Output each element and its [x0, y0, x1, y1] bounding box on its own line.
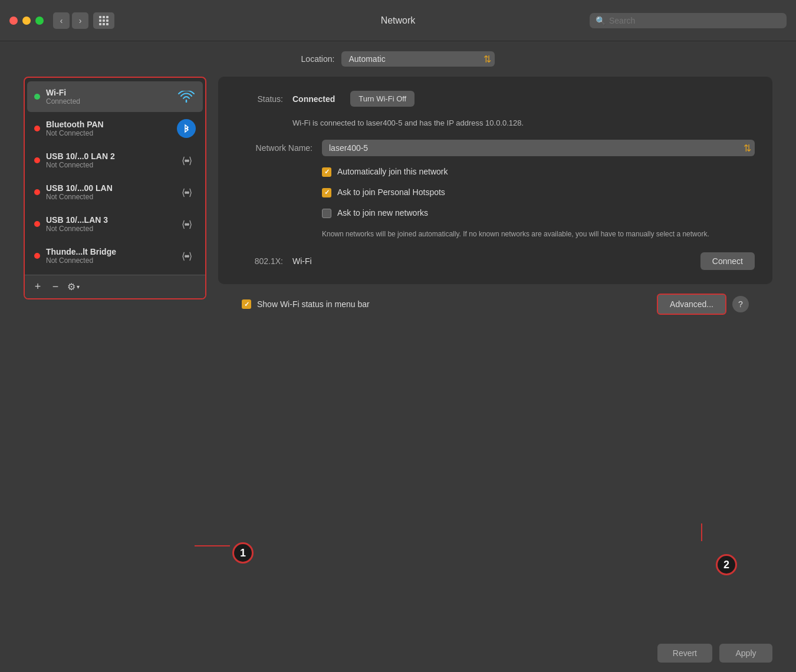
wifi-item-status: Connected: [46, 97, 171, 106]
status-description: Wi-Fi is connected to laser400-5 and has…: [292, 117, 755, 129]
advanced-button[interactable]: Advanced...: [657, 294, 726, 315]
search-input[interactable]: [609, 16, 781, 25]
thunderbolt-icon: ⟨••⟩: [177, 246, 196, 265]
sidebar-toolbar: + − ⚙ ▾: [25, 275, 205, 298]
sidebar-item-usb-lan[interactable]: USB 10/...00 LAN Not Connected ⟨••⟩: [27, 177, 203, 207]
wifi-item-name: Wi-Fi: [46, 88, 171, 97]
sidebar-item-usb-lan3[interactable]: USB 10/...LAN 3 Not Connected ⟨••⟩: [27, 209, 203, 239]
close-button[interactable]: [9, 17, 18, 25]
dot8021x-label: 802.1X:: [236, 256, 283, 266]
status-value: Connected: [292, 94, 335, 104]
thunderbolt-arrow-icon: ⟨••⟩: [182, 251, 190, 262]
turn-wifi-off-button[interactable]: Turn Wi-Fi Off: [350, 91, 415, 107]
help-button[interactable]: ?: [732, 296, 749, 312]
thunderbolt-item-status: Not Connected: [46, 256, 171, 265]
thunderbolt-item-text: Thunde...lt Bridge Not Connected: [46, 247, 171, 265]
sidebar-item-bluetooth-pan[interactable]: Bluetooth PAN Not Connected: [27, 113, 203, 144]
location-select-wrapper: Automatic ⇅: [341, 51, 495, 67]
fullscreen-button[interactable]: [35, 17, 44, 25]
forward-button[interactable]: ›: [72, 12, 88, 29]
personal-hotspots-checkbox[interactable]: ✓: [322, 188, 331, 197]
usb-lan3-item-name: USB 10/...LAN 3: [46, 215, 171, 225]
apply-button[interactable]: Apply: [719, 644, 772, 663]
nav-buttons: ‹ ›: [53, 12, 88, 29]
show-wifi-label: Show Wi-Fi status in menu bar: [257, 299, 370, 309]
usb-lan3-item-text: USB 10/...LAN 3 Not Connected: [46, 215, 171, 233]
personal-hotspots-row: ✓ Ask to join Personal Hotspots: [322, 187, 755, 197]
show-wifi-checkbox[interactable]: ✓: [242, 299, 251, 309]
auto-join-row: ✓ Automatically join this network: [322, 167, 755, 177]
new-networks-checkbox[interactable]: [322, 209, 331, 218]
show-wifi-row: ✓ Show Wi-Fi status in menu bar: [242, 299, 370, 309]
footer: Revert Apply: [0, 634, 796, 672]
network-name-row: Network Name: laser400-5 ⇅: [236, 140, 755, 156]
thunderbolt-status-dot: [34, 253, 40, 259]
titlebar: ‹ › Network 🔍: [0, 0, 796, 41]
minimize-button[interactable]: [22, 17, 31, 25]
detail-container: Status: Connected Turn Wi-Fi Off Wi-Fi i…: [206, 77, 772, 622]
personal-hotspots-checkmark: ✓: [324, 189, 330, 196]
location-select[interactable]: Automatic: [341, 51, 495, 67]
usb-lan-item-name: USB 10/...00 LAN: [46, 183, 171, 193]
dot8021x-value: Wi-Fi: [292, 256, 312, 266]
new-networks-row: Ask to join new networks: [322, 208, 755, 218]
bottom-row: ✓ Show Wi-Fi status in menu bar Advanced…: [218, 294, 772, 315]
sidebar-item-wifi[interactable]: Wi-Fi Connected: [27, 81, 203, 112]
dot8021x-row: 802.1X: Wi-Fi Connect: [236, 252, 755, 270]
annotation-1: 1: [232, 542, 254, 564]
usb-lan-item-text: USB 10/...00 LAN Not Connected: [46, 183, 171, 201]
usb-lan2-item-status: Not Connected: [46, 161, 171, 169]
grid-button[interactable]: [93, 12, 114, 29]
main-content: Wi-Fi Connected: [0, 77, 796, 634]
usb-lan2-arrow-icon: ⟨••⟩: [182, 155, 190, 166]
wifi-status-dot: [34, 94, 40, 100]
usb-lan3-status-dot: [34, 221, 40, 227]
status-label: Status:: [236, 94, 283, 104]
bluetooth-status-dot: [34, 126, 40, 131]
traffic-lights: [9, 17, 44, 25]
new-networks-label: Ask to join new networks: [337, 208, 428, 218]
grid-icon: [99, 16, 108, 25]
gear-icon: ⚙: [67, 281, 75, 292]
wifi-icon-svg: [178, 91, 195, 103]
usb-lan3-item-status: Not Connected: [46, 225, 171, 233]
sidebar: Wi-Fi Connected: [24, 77, 206, 299]
auto-join-label: Automatically join this network: [337, 167, 448, 176]
add-network-button[interactable]: +: [29, 279, 46, 295]
wifi-item-text: Wi-Fi Connected: [46, 88, 171, 106]
window-title: Network: [381, 15, 416, 26]
usb-lan2-item-name: USB 10/...0 LAN 2: [46, 151, 171, 161]
thunderbolt-item-name: Thunde...lt Bridge: [46, 247, 171, 256]
location-label: Location:: [301, 54, 335, 64]
search-icon: 🔍: [596, 16, 606, 25]
usb-lan-arrow-icon: ⟨••⟩: [182, 187, 190, 198]
known-networks-note: Known networks will be joined automatica…: [322, 229, 755, 239]
usb-lan-icon: ⟨••⟩: [177, 183, 196, 202]
search-box[interactable]: 🔍: [590, 13, 787, 28]
network-name-select-wrapper: laser400-5 ⇅: [322, 140, 755, 156]
wifi-icon: [177, 87, 196, 106]
status-row: Status: Connected Turn Wi-Fi Off: [236, 91, 755, 107]
back-button[interactable]: ‹: [53, 12, 70, 29]
annotation-2: 2: [716, 554, 737, 575]
bluetooth-item-text: Bluetooth PAN Not Connected: [46, 120, 171, 137]
show-wifi-checkmark: ✓: [244, 301, 249, 308]
detail-card: Status: Connected Turn Wi-Fi Off Wi-Fi i…: [218, 77, 772, 284]
location-bar: Location: Automatic ⇅: [0, 41, 796, 77]
usb-lan2-icon: ⟨••⟩: [177, 151, 196, 170]
remove-network-button[interactable]: −: [47, 279, 64, 295]
revert-button[interactable]: Revert: [657, 644, 712, 663]
connect-button[interactable]: Connect: [700, 252, 755, 270]
bluetooth-item-name: Bluetooth PAN: [46, 120, 171, 129]
sidebar-item-thunderbolt[interactable]: Thunde...lt Bridge Not Connected ⟨••⟩: [27, 241, 203, 271]
gear-settings-button[interactable]: ⚙ ▾: [65, 279, 82, 295]
bluetooth-item-status: Not Connected: [46, 129, 171, 137]
sidebar-container: Wi-Fi Connected: [24, 77, 206, 622]
sidebar-item-usb-lan2[interactable]: USB 10/...0 LAN 2 Not Connected ⟨••⟩: [27, 145, 203, 176]
auto-join-checkbox[interactable]: ✓: [322, 167, 331, 177]
personal-hotspots-label: Ask to join Personal Hotspots: [337, 187, 445, 197]
auto-join-checkmark: ✓: [324, 168, 330, 176]
bluetooth-icon: [177, 119, 196, 138]
network-name-select[interactable]: laser400-5: [322, 140, 755, 156]
sidebar-list: Wi-Fi Connected: [25, 78, 205, 275]
